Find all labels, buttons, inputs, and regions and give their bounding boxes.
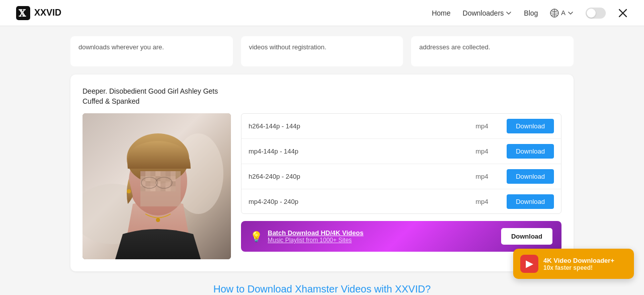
svg-rect-16 <box>140 176 145 181</box>
svg-rect-14 <box>166 171 171 176</box>
svg-rect-25 <box>150 181 155 186</box>
chevron-down-icon-translate <box>568 10 574 16</box>
widget-icon: ▶ <box>526 258 533 269</box>
nav-translate[interactable]: A <box>550 9 574 18</box>
video-thumbnail <box>83 113 231 259</box>
svg-rect-10 <box>145 171 150 176</box>
batch-text: Batch Download HD/4K Videos Music Playli… <box>268 229 363 244</box>
content-area: h264-144p - 144p mp4 Download mp4-144p -… <box>83 113 561 259</box>
download-button-2[interactable]: Download <box>507 169 554 184</box>
main-card: Deeper. Disobedient Good Girl Ashley Get… <box>70 75 574 271</box>
svg-point-38 <box>127 189 131 193</box>
floating-widget[interactable]: ▶ 4K Video Downloader+ 10x faster speed! <box>513 249 634 279</box>
widget-text: 4K Video Downloader+ 10x faster speed! <box>543 257 614 271</box>
batch-download-button[interactable]: Download <box>501 228 552 245</box>
bottom-heading: How to Download Xhamster Videos with XXV… <box>70 283 574 295</box>
x-social-icon[interactable] <box>618 8 628 18</box>
dl-type-2: mp4 <box>475 173 501 180</box>
card-mobile: downloads wherever you are. <box>70 36 233 66</box>
card-noauth: videos without registration. <box>241 36 404 66</box>
download-row-2: h264-240p - 240p mp4 Download <box>242 164 561 189</box>
navbar: 𝕏 XXVID Home Downloaders Blog A <box>0 0 644 26</box>
video-title: Deeper. Disobedient Good Girl Ashley Get… <box>83 87 394 106</box>
widget-subtitle: 10x faster speed! <box>543 264 614 271</box>
download-scroll[interactable]: h264-144p - 144p mp4 Download mp4-144p -… <box>241 113 561 214</box>
download-button-1[interactable]: Download <box>507 144 554 159</box>
nav-blog-link[interactable]: Blog <box>524 9 538 17</box>
nav-right: Home Downloaders Blog A <box>432 8 628 19</box>
svg-rect-31 <box>145 186 150 191</box>
dark-mode-toggle[interactable] <box>586 8 606 19</box>
svg-rect-15 <box>171 171 176 176</box>
batch-banner: 💡 Batch Download HD/4K Videos Music Play… <box>241 221 561 252</box>
dl-type-3: mp4 <box>475 198 501 205</box>
batch-title[interactable]: Batch Download HD/4K Videos <box>268 229 363 237</box>
svg-rect-9 <box>140 171 145 176</box>
nav-downloaders-link[interactable]: Downloaders <box>463 9 512 17</box>
logo-x-icon: 𝕏 <box>16 6 30 20</box>
toggle-dot <box>587 9 596 18</box>
chevron-down-icon <box>506 10 512 16</box>
dl-type-1: mp4 <box>475 148 501 155</box>
svg-rect-24 <box>145 181 150 186</box>
bulb-icon: 💡 <box>250 231 263 243</box>
logo-text: XXVID <box>34 8 61 18</box>
dl-format-1: mp4-144p - 144p <box>249 148 469 155</box>
card-privacy: addresses are collected. <box>411 36 574 66</box>
download-button-3[interactable]: Download <box>507 194 554 209</box>
thumbnail-svg <box>83 113 231 259</box>
batch-left: 💡 Batch Download HD/4K Videos Music Play… <box>250 229 363 244</box>
download-row-3: mp4-240p - 240p mp4 Download <box>242 189 561 214</box>
svg-text:𝕏: 𝕏 <box>19 9 26 19</box>
svg-point-37 <box>156 218 160 222</box>
svg-rect-27 <box>160 181 166 186</box>
download-button-0[interactable]: Download <box>507 119 554 133</box>
widget-icon-box: ▶ <box>520 255 538 273</box>
top-cards: downloads wherever you are. videos witho… <box>70 36 574 66</box>
thumbnail-image <box>83 113 231 259</box>
dl-format-0: h264-144p - 144p <box>249 122 469 130</box>
download-row-0: h264-144p - 144p mp4 Download <box>242 114 561 139</box>
dl-format-3: mp4-240p - 240p <box>249 198 469 205</box>
logo[interactable]: 𝕏 XXVID <box>16 6 61 20</box>
download-row-1: mp4-144p - 144p mp4 Download <box>242 139 561 164</box>
svg-rect-36 <box>171 186 176 191</box>
svg-rect-12 <box>155 171 160 176</box>
svg-rect-13 <box>160 171 166 176</box>
svg-rect-11 <box>150 171 155 176</box>
dl-format-2: h264-240p - 240p <box>249 173 469 180</box>
svg-rect-33 <box>155 186 160 191</box>
nav-home-link[interactable]: Home <box>432 9 450 17</box>
svg-rect-34 <box>160 186 166 191</box>
svg-rect-28 <box>166 181 171 186</box>
download-list-container: h264-144p - 144p mp4 Download mp4-144p -… <box>241 113 561 259</box>
translate-icon <box>550 9 559 18</box>
widget-title: 4K Video Downloader+ <box>543 257 614 264</box>
dl-type-0: mp4 <box>475 122 501 130</box>
batch-subtitle[interactable]: Music Playlist from 1000+ Sites <box>268 237 363 244</box>
